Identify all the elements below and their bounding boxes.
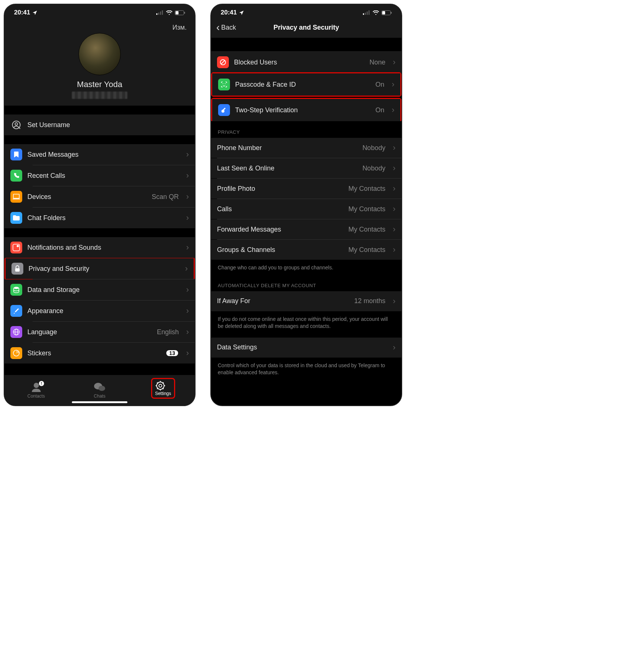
- row-label: Privacy and Security: [29, 265, 180, 273]
- chevron-right-icon: ›: [393, 245, 396, 255]
- row-label: Appearance: [27, 307, 181, 315]
- home-indicator[interactable]: [72, 401, 127, 403]
- wifi-icon: [166, 10, 173, 15]
- stickers-badge: 13: [166, 350, 178, 356]
- chevron-right-icon: ›: [393, 163, 396, 173]
- row-label: Data Settings: [217, 343, 388, 351]
- row-label: Chat Folders: [27, 214, 181, 222]
- chevron-right-icon: ›: [186, 213, 189, 223]
- passcode-faceid-row[interactable]: Passcode & Face ID On ›: [212, 73, 400, 96]
- avatar[interactable]: [79, 33, 121, 75]
- status-bar: 20:41: [211, 4, 401, 19]
- svg-line-10: [19, 127, 20, 129]
- profile-header: Master Yoda: [4, 33, 195, 106]
- two-step-row[interactable]: Two-Step Verification On ›: [212, 99, 400, 121]
- sticker-icon: [10, 347, 22, 359]
- chevron-right-icon: ›: [186, 192, 189, 202]
- tab-contacts[interactable]: ! Contacts: [16, 382, 57, 399]
- svg-rect-13: [13, 244, 20, 251]
- bookmark-icon: [10, 149, 22, 160]
- chevron-right-icon: ›: [393, 143, 396, 153]
- chevron-right-icon: ›: [186, 348, 189, 358]
- devices-row[interactable]: Devices Scan QR ›: [4, 186, 195, 207]
- svg-rect-11: [13, 194, 19, 198]
- chevron-right-icon: ›: [186, 327, 189, 337]
- auto-delete-header: AUTOMATICALLY DELETE MY ACCOUNT: [211, 275, 401, 291]
- if-away-row[interactable]: If Away For 12 months ›: [211, 291, 401, 311]
- row-value: On: [376, 81, 384, 89]
- svg-line-43: [221, 60, 225, 64]
- phone-number-blurred: [72, 92, 127, 99]
- groups-channels-row[interactable]: Groups & Channels My Contacts ›: [211, 240, 401, 260]
- notifications-row[interactable]: Notifications and Sounds ›: [4, 237, 195, 258]
- row-label: Devices: [27, 193, 147, 201]
- svg-point-38: [376, 14, 377, 15]
- row-value: Nobody: [363, 165, 386, 172]
- svg-rect-3: [162, 10, 163, 15]
- appearance-row[interactable]: Appearance ›: [4, 301, 195, 321]
- svg-rect-15: [15, 268, 20, 272]
- blocked-users-row[interactable]: Blocked Users None ›: [211, 51, 401, 73]
- settings-screen: 20:41 Изм. Master Yoda Set Us: [4, 4, 196, 406]
- phone-number-row[interactable]: Phone Number Nobody ›: [211, 138, 401, 158]
- location-icon: [32, 10, 37, 15]
- svg-rect-6: [176, 11, 178, 14]
- row-label: Phone Number: [217, 144, 357, 152]
- badge-icon: !: [39, 381, 44, 386]
- chats-icon: [94, 382, 106, 392]
- calls-privacy-row[interactable]: Calls My Contacts ›: [211, 199, 401, 219]
- chevron-right-icon: ›: [186, 285, 189, 295]
- row-value: My Contacts: [348, 246, 386, 254]
- data-settings-row[interactable]: Data Settings ›: [211, 338, 401, 358]
- edit-button[interactable]: Изм.: [172, 24, 187, 31]
- svg-rect-34: [363, 13, 364, 15]
- profile-photo-row[interactable]: Profile Photo My Contacts ›: [211, 179, 401, 199]
- faceid-icon: [218, 79, 230, 90]
- chat-folders-row[interactable]: Chat Folders ›: [4, 208, 195, 228]
- row-value: Scan QR: [152, 193, 179, 201]
- nav-bar: ‹ Back Privacy and Security: [211, 19, 401, 38]
- svg-rect-7: [184, 12, 185, 14]
- blocked-icon: [217, 56, 229, 68]
- chevron-right-icon: ›: [393, 225, 396, 234]
- brush-icon: [10, 305, 22, 317]
- svg-rect-0: [156, 13, 157, 15]
- chevron-left-icon: ‹: [216, 22, 220, 33]
- tab-chats[interactable]: Chats: [79, 382, 120, 399]
- chevron-right-icon: ›: [392, 80, 394, 89]
- svg-rect-37: [368, 10, 370, 15]
- privacy-highlight: Privacy and Security ›: [4, 257, 195, 280]
- saved-messages-row[interactable]: Saved Messages ›: [4, 144, 195, 165]
- last-seen-row[interactable]: Last Seen & Online Nobody ›: [211, 158, 401, 178]
- svg-rect-41: [391, 12, 392, 14]
- settings-highlight: Settings: [151, 378, 175, 399]
- chevron-right-icon: ›: [186, 306, 189, 316]
- data-storage-row[interactable]: Data and Storage ›: [4, 279, 195, 300]
- laptop-icon: [10, 191, 22, 203]
- row-label: Groups & Channels: [217, 246, 343, 254]
- svg-rect-1: [158, 13, 159, 15]
- privacy-security-row[interactable]: Privacy and Security ›: [6, 258, 194, 279]
- chevron-right-icon: ›: [393, 343, 396, 352]
- row-label: If Away For: [217, 297, 349, 305]
- row-value: Nobody: [363, 144, 386, 152]
- row-label: Recent Calls: [27, 172, 181, 180]
- tab-settings[interactable]: Settings: [143, 378, 183, 399]
- lock-icon: [11, 263, 23, 275]
- stickers-row[interactable]: Stickers 13 ›: [4, 343, 195, 363]
- row-label: Data and Storage: [27, 286, 181, 294]
- svg-point-4: [169, 14, 170, 15]
- language-row[interactable]: Language English ›: [4, 322, 195, 342]
- svg-rect-12: [13, 199, 20, 199]
- row-label: Language: [27, 328, 152, 336]
- back-button[interactable]: ‹ Back: [216, 22, 236, 33]
- row-value: English: [157, 328, 179, 336]
- svg-point-45: [225, 83, 226, 84]
- row-label: Calls: [217, 205, 343, 213]
- forwarded-row[interactable]: Forwarded Messages My Contacts ›: [211, 219, 401, 239]
- chevron-right-icon: ›: [393, 57, 396, 67]
- recent-calls-row[interactable]: Recent Calls ›: [4, 165, 195, 186]
- set-username-row[interactable]: Set Username: [4, 114, 195, 135]
- privacy-footer: Change who can add you to groups and cha…: [211, 260, 401, 275]
- battery-icon: [381, 10, 392, 15]
